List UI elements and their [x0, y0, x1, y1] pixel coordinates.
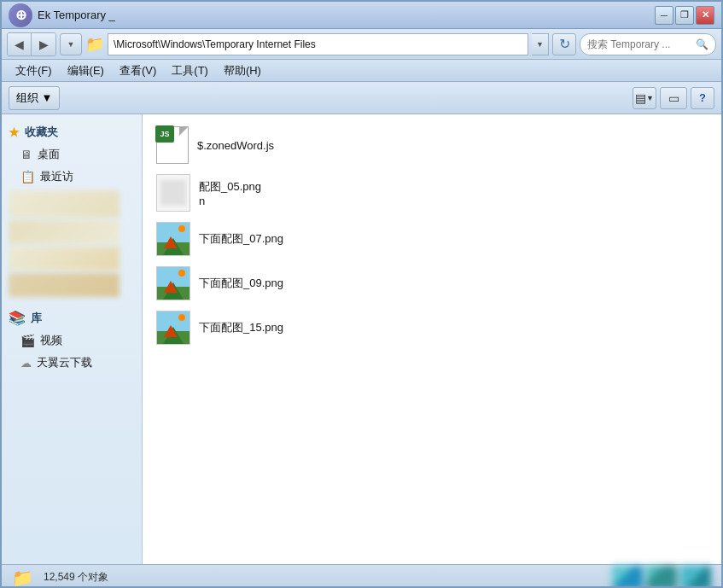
search-input[interactable]: [587, 38, 692, 50]
sidebar-separator: [2, 300, 142, 306]
library-section[interactable]: 📚 库: [2, 306, 142, 329]
png05-icon: [156, 174, 190, 212]
back-button[interactable]: ◀: [8, 33, 32, 55]
file-item-png15[interactable]: 下面配图_15.png: [149, 306, 714, 350]
view-pane-button[interactable]: ▭: [660, 87, 687, 109]
forward-button[interactable]: ▶: [32, 33, 55, 55]
png15-icon: [156, 311, 190, 345]
dropdown-icon: ▼: [67, 40, 75, 49]
menu-tools[interactable]: 工具(T): [165, 61, 215, 81]
window-icon: ⊕: [9, 3, 32, 27]
view-dropdown-icon: ▼: [646, 94, 654, 102]
status-count: 12,549 个对象: [44, 570, 108, 585]
favorites-label: 收藏夹: [25, 125, 58, 140]
recent-icon: 📋: [20, 170, 35, 183]
folder-icon: 📁: [85, 35, 104, 54]
refresh-icon: ↻: [559, 36, 570, 52]
status-icon-1: [612, 566, 643, 589]
file-item-png09[interactable]: 下面配图_09.png: [149, 261, 714, 306]
file-name-png05: 配图_05.png n: [199, 179, 261, 207]
page-background: JS: [156, 126, 189, 164]
search-box: 🔍: [580, 33, 716, 55]
view-icons: ▤ ▼ ▭ ?: [633, 87, 714, 109]
png07-icon: [156, 222, 190, 256]
sun-icon: [178, 225, 185, 232]
restore-button[interactable]: ❐: [675, 6, 694, 25]
download-icon: ☁: [20, 357, 32, 370]
favorites-section[interactable]: ★ 收藏夹: [2, 121, 142, 143]
help-icon: ?: [699, 91, 706, 104]
menu-view[interactable]: 查看(V): [113, 61, 163, 81]
nav-buttons: ◀ ▶: [7, 32, 56, 56]
organize-label: 组织 ▼: [16, 90, 52, 106]
status-bar: 📁 12,549 个对象: [2, 564, 721, 588]
sidebar: ★ 收藏夹 🖥 桌面 📋 最近访 📚 库 🎬 视频 ☁ 天翼云下载: [2, 114, 143, 564]
mountain-orange-3: [164, 325, 178, 337]
mountain-orange: [164, 236, 178, 248]
addr-dropdown-icon: ▼: [536, 40, 544, 49]
sun-icon-2: [178, 270, 185, 277]
file-name-png07: 下面配图_07.png: [199, 231, 283, 247]
library-label: 库: [31, 311, 42, 326]
sidebar-blurred-item-2: [9, 220, 120, 244]
sidebar-blurred-item-4: [9, 273, 120, 297]
sidebar-item-download[interactable]: ☁ 天翼云下载: [2, 352, 142, 374]
title-bar: ⊕ Ek Temporary _ ─ ❐ ✕: [2, 2, 721, 29]
status-folder-icon: 📁: [12, 568, 33, 588]
address-dropdown-button[interactable]: ▼: [532, 33, 549, 55]
file-list: JS $.zonedWord.js 配图_05.png n 下面配图_07.pn…: [143, 114, 721, 564]
address-path-text: \Microsoft\Windows\Temporary Internet Fi…: [114, 38, 316, 50]
file-item-png07[interactable]: 下面配图_07.png: [149, 217, 714, 261]
file-item-png05[interactable]: 配图_05.png n: [149, 169, 714, 217]
sidebar-item-desktop[interactable]: 🖥 桌面: [2, 143, 142, 166]
status-right: [612, 566, 711, 589]
menu-bar: 文件(F) 编辑(E) 查看(V) 工具(T) 帮助(H): [2, 60, 721, 82]
video-icon: 🎬: [20, 334, 35, 347]
main-area: ★ 收藏夹 🖥 桌面 📋 最近访 📚 库 🎬 视频 ☁ 天翼云下载: [2, 114, 721, 564]
view-details-icon: ▤: [635, 91, 646, 105]
view-pane-icon: ▭: [668, 91, 679, 105]
mountain-orange-2: [164, 281, 178, 293]
toolbar: 组织 ▼ ▤ ▼ ▭ ?: [2, 82, 721, 114]
desktop-label: 桌面: [38, 147, 60, 162]
png15-preview: [157, 311, 189, 344]
star-icon: ★: [9, 125, 20, 139]
file-item-js[interactable]: JS $.zonedWord.js: [149, 121, 714, 169]
download-label: 天翼云下载: [37, 355, 92, 370]
address-bar: ◀ ▶ ▼ 📁 \Microsoft\Windows\Temporary Int…: [2, 29, 721, 60]
sidebar-item-recent[interactable]: 📋 最近访: [2, 166, 142, 188]
file-name-png15: 下面配图_15.png: [199, 320, 283, 335]
dropdown-button[interactable]: ▼: [60, 33, 82, 55]
js-file-icon: JS: [156, 126, 189, 164]
sun-icon-3: [178, 314, 185, 321]
png09-icon: [156, 266, 190, 300]
desktop-icon: 🖥: [20, 148, 32, 161]
png09-preview: [157, 267, 189, 300]
close-button[interactable]: ✕: [696, 6, 714, 25]
library-icon: 📚: [9, 310, 26, 326]
organize-button[interactable]: 组织 ▼: [9, 86, 60, 110]
minimize-button[interactable]: ─: [655, 6, 673, 25]
js-badge: JS: [155, 125, 174, 143]
status-blurred-area: [612, 566, 711, 589]
png07-preview: [157, 223, 189, 255]
png05-preview: [160, 180, 186, 206]
sidebar-item-video[interactable]: 🎬 视频: [2, 329, 142, 352]
menu-edit[interactable]: 编辑(E): [61, 61, 111, 81]
status-icon-3: [680, 566, 711, 589]
window-title: Ek Temporary _: [38, 9, 115, 21]
help-button[interactable]: ?: [691, 87, 714, 109]
file-name-png09: 下面配图_09.png: [199, 276, 283, 291]
view-details-button[interactable]: ▤ ▼: [633, 87, 656, 109]
menu-file[interactable]: 文件(F): [9, 61, 59, 81]
window-controls: ─ ❐ ✕: [655, 6, 714, 25]
video-label: 视频: [40, 333, 62, 348]
refresh-button[interactable]: ↻: [552, 33, 576, 55]
file-name-js: $.zonedWord.js: [197, 139, 274, 152]
address-path-container[interactable]: \Microsoft\Windows\Temporary Internet Fi…: [108, 33, 528, 55]
sidebar-blurred-item-1: [9, 190, 120, 218]
sidebar-blurred-item-3: [9, 247, 120, 271]
search-icon: 🔍: [696, 38, 708, 50]
recent-label: 最近访: [40, 169, 73, 184]
menu-help[interactable]: 帮助(H): [217, 61, 268, 81]
